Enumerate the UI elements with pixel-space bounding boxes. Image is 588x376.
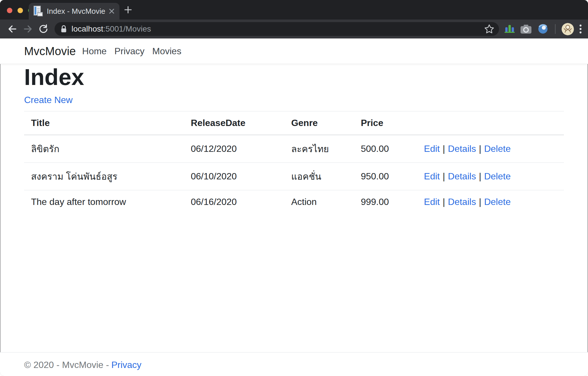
browser-tab[interactable]: Index - MvcMovie — [29, 3, 119, 20]
browser-menu-button[interactable] — [579, 24, 582, 34]
cell-price: 999.00 — [354, 190, 417, 214]
toolbar-divider — [555, 24, 556, 34]
reload-button[interactable] — [37, 22, 50, 36]
header-price: Price — [354, 111, 417, 135]
chart-extension-button[interactable] — [504, 24, 515, 34]
forward-arrow-icon — [22, 23, 34, 35]
browser-window: Index - MvcMovie — [0, 0, 588, 376]
details-link[interactable]: Details — [448, 144, 476, 154]
tab-title: Index - MvcMovie — [47, 7, 108, 16]
footer-copyright: © 2020 - MvcMovie - — [24, 360, 109, 370]
details-link[interactable]: Details — [448, 171, 476, 181]
site-footer: © 2020 - MvcMovie -Privacy — [0, 352, 588, 376]
favicon — [33, 5, 43, 17]
row-actions: Edit|Details|Delete — [417, 190, 564, 214]
edit-link[interactable]: Edit — [424, 197, 440, 207]
action-separator: | — [443, 171, 445, 181]
row-actions: Edit|Details|Delete — [417, 163, 564, 190]
camera-extension-button[interactable] — [520, 24, 532, 34]
action-separator: | — [479, 171, 481, 181]
lock-icon[interactable] — [60, 25, 67, 33]
url-host: localhost — [71, 24, 103, 33]
header-genre: Genre — [284, 111, 354, 135]
edit-link[interactable]: Edit — [424, 144, 440, 154]
cell-release-date: 06/12/2020 — [184, 135, 284, 163]
profile-avatar[interactable] — [562, 23, 574, 35]
address-bar[interactable]: localhost:5001/Movies — [55, 22, 499, 36]
details-link[interactable]: Details — [448, 197, 476, 207]
main-content: Index Create New Title ReleaseDate Genre… — [18, 64, 570, 214]
table-row: The day after tomorrow 06/16/2020 Action… — [24, 190, 564, 214]
cell-genre: แอคชั่น — [284, 163, 354, 190]
toolbar-right-icons — [504, 23, 582, 35]
row-actions: Edit|Details|Delete — [417, 135, 564, 163]
navbar-brand[interactable]: MvcMovie — [24, 45, 76, 58]
action-separator: | — [479, 144, 481, 154]
header-release-date: ReleaseDate — [184, 111, 284, 135]
tab-bar: Index - MvcMovie — [0, 0, 588, 20]
nav-link-home[interactable]: Home — [82, 46, 107, 57]
action-separator: | — [479, 197, 481, 207]
header-actions — [417, 111, 564, 135]
cell-title: ลิขิตรัก — [24, 135, 184, 163]
camera-extension-icon — [520, 24, 532, 34]
menu-dots-icon — [579, 24, 582, 34]
minimize-window-button[interactable] — [18, 8, 23, 13]
delete-link[interactable]: Delete — [484, 144, 511, 154]
cell-release-date: 06/16/2020 — [184, 190, 284, 214]
create-new-link[interactable]: Create New — [24, 95, 73, 105]
bookmark-star-button[interactable] — [483, 23, 495, 35]
table-row: ลิขิตรัก 06/12/2020 ละครไทย 500.00 Edit|… — [24, 135, 564, 163]
site-navbar: MvcMovie Home Privacy Movies — [0, 38, 588, 64]
action-separator: | — [443, 144, 445, 154]
delete-link[interactable]: Delete — [484, 197, 511, 207]
edit-link[interactable]: Edit — [424, 171, 440, 181]
cell-price: 500.00 — [354, 135, 417, 163]
table-header-row: Title ReleaseDate Genre Price — [24, 111, 564, 135]
reload-icon — [38, 24, 49, 34]
table-row: สงคราม โค่นพันธ์อสูร 06/10/2020 แอคชั่น … — [24, 163, 564, 190]
blue-ring-extension-button[interactable] — [537, 23, 549, 35]
new-tab-button[interactable] — [123, 5, 133, 15]
movies-table: Title ReleaseDate Genre Price ลิขิตรัก 0… — [24, 111, 564, 214]
close-window-button[interactable] — [7, 8, 12, 13]
cell-title: สงคราม โค่นพันธ์อสูร — [24, 163, 184, 190]
new-tab-icon — [123, 5, 133, 15]
browser-toolbar: localhost:5001/Movies — [0, 20, 588, 38]
header-title: Title — [24, 111, 184, 135]
bookmark-star-icon — [483, 23, 495, 35]
blue-ring-extension-icon — [537, 23, 549, 35]
delete-link[interactable]: Delete — [484, 171, 511, 181]
cell-genre: ละครไทย — [284, 135, 354, 163]
page-title: Index — [24, 64, 564, 90]
url-path: :5001/Movies — [103, 24, 151, 33]
cell-price: 950.00 — [354, 163, 417, 190]
back-button[interactable] — [6, 22, 19, 36]
tab-close-icon[interactable] — [108, 7, 115, 15]
action-separator: | — [443, 197, 445, 207]
cell-release-date: 06/10/2020 — [184, 163, 284, 190]
nav-link-movies[interactable]: Movies — [152, 46, 181, 57]
cell-title: The day after tomorrow — [24, 190, 184, 214]
back-arrow-icon — [7, 23, 18, 35]
nav-link-privacy[interactable]: Privacy — [114, 46, 144, 57]
chart-extension-icon — [504, 24, 515, 34]
footer-privacy-link[interactable]: Privacy — [111, 360, 142, 370]
url-text[interactable]: localhost:5001/Movies — [71, 24, 483, 34]
cell-genre: Action — [284, 190, 354, 214]
forward-button[interactable] — [21, 22, 34, 36]
